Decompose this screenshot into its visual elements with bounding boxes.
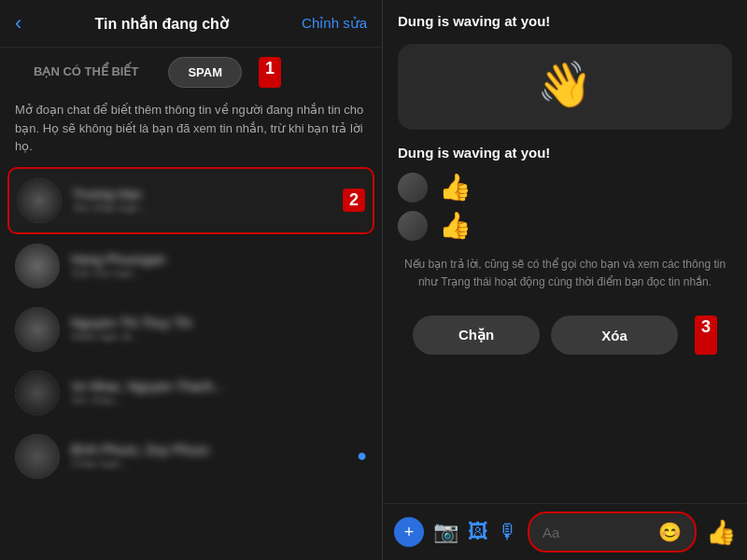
msg-row-1: 👍 [398, 172, 732, 203]
contact-info-5: Bình Phuoc, Duy Phuoc Chào bạn... [71, 442, 345, 470]
contacts-list: Truong Hao Xin chào bạn... 2 Hang Phuong… [0, 167, 382, 561]
text-input-wrapper[interactable]: Aa 😊 [528, 511, 697, 553]
contact-name-1: Truong Hao [73, 187, 326, 202]
num2-badge: 2 [343, 189, 365, 212]
camera-icon[interactable]: 📷 [433, 520, 458, 544]
avatar-2 [15, 244, 60, 288]
text-input-placeholder: Aa [543, 525, 658, 540]
info-notice: Nếu bạn trả lời, cũng sẽ có thể gọi cho … [398, 248, 732, 299]
left-panel: ‹ Tin nhắn đang chờ Chỉnh sửa BẠN CÓ THỂ… [0, 0, 383, 560]
contact-info-3: Nguyen Thi Thuy Thi Hello bạn ơi... [71, 315, 367, 343]
mic-icon[interactable]: 🎙 [498, 520, 518, 544]
contact-item-5[interactable]: Bình Phuoc, Duy Phuoc Chào bạn... ● [7, 425, 374, 488]
contact-item-4[interactable]: Vo Nhac, Nguyen Thanh... Xin chào... [7, 361, 374, 425]
msg-avatar-2 [398, 211, 428, 241]
contact-item-2[interactable]: Hang Phuongan Gửi cho bạn... [7, 234, 374, 298]
contact-item-3[interactable]: Nguyen Thi Thuy Thi Hello bạn ơi... [7, 298, 374, 361]
wave-text-bottom: Dung is waving at you! [398, 141, 732, 164]
contact-item-1[interactable]: Truong Hao Xin chào bạn... 2 [7, 167, 374, 234]
contact-name-2: Hang Phuongan [71, 252, 367, 267]
wave-card: 👋 [398, 44, 732, 130]
contact-msg-5: Chào bạn... [71, 457, 345, 470]
back-button[interactable]: ‹ [15, 11, 21, 35]
delete-button[interactable]: Xóa [551, 315, 678, 355]
num3-badge: 3 [695, 315, 717, 355]
tab-spam[interactable]: SPAM [168, 57, 242, 88]
avatar-5 [15, 434, 60, 479]
input-bar: + 📷 🖼 🎙 Aa 😊 👍 [383, 503, 747, 560]
msg-avatar-1 [398, 173, 428, 203]
contact-name-4: Vo Nhac, Nguyen Thanh... [71, 379, 367, 394]
msg-row-2: 👍 [398, 210, 732, 241]
contact-info-2: Hang Phuongan Gửi cho bạn... [71, 252, 367, 280]
wave-emoji: 👋 [413, 59, 717, 111]
num1-badge: 1 [259, 57, 281, 88]
like-button[interactable]: 👍 [706, 518, 736, 547]
contact-msg-4: Xin chào... [71, 394, 367, 407]
contact-msg-2: Gửi cho bạn... [71, 267, 367, 280]
emoji-button[interactable]: 😊 [658, 521, 682, 543]
thumbs-up-2: 👍 [439, 210, 472, 241]
tab-row: BẠN CÓ THỂ BIẾT SPAM 1 [0, 48, 382, 97]
action-row: Chặn Xóa 3 [398, 306, 732, 364]
chat-body: Dung is waving at you! 👋 Dung is waving … [383, 0, 747, 503]
image-icon[interactable]: 🖼 [468, 520, 488, 544]
avatar-1 [17, 178, 62, 223]
contact-msg-3: Hello bạn ơi... [71, 330, 367, 343]
plus-button[interactable]: + [394, 517, 424, 547]
avatar-4 [15, 371, 60, 415]
contact-name-3: Nguyen Thi Thuy Thi [71, 315, 367, 330]
block-button[interactable]: Chặn [413, 315, 540, 355]
tab-you-may-know[interactable]: BẠN CÓ THỂ BIẾT [15, 57, 157, 88]
contact-msg-1: Xin chào bạn... [73, 202, 326, 215]
edit-button[interactable]: Chỉnh sửa [302, 15, 367, 32]
thumbs-up-1: 👍 [439, 172, 472, 203]
contact-info-4: Vo Nhac, Nguyen Thanh... Xin chào... [71, 379, 367, 407]
contact-name-5: Bình Phuoc, Duy Phuoc [71, 442, 345, 457]
avatar-3 [15, 307, 60, 352]
page-title: Tin nhắn đang chờ [95, 15, 229, 33]
info-text: Mở đoạn chat để biết thêm thông tin về n… [0, 97, 382, 167]
wave-text-top: Dung is waving at you! [398, 9, 732, 33]
contact-info-1: Truong Hao Xin chào bạn... [73, 187, 326, 215]
right-panel: Dung is waving at you! 👋 Dung is waving … [383, 0, 747, 560]
left-header: ‹ Tin nhắn đang chờ Chỉnh sửa [0, 0, 382, 48]
